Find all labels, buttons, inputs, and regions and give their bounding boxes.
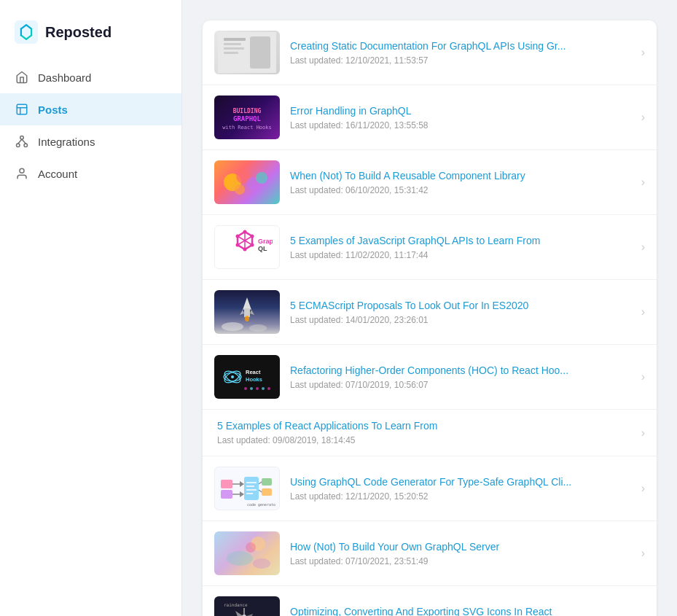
chevron-right-icon: ›	[641, 46, 645, 59]
chevron-right-icon: ›	[641, 547, 645, 560]
app-logo: Reposted	[0, 15, 181, 61]
post-info: Error Handling in GraphQL Last updated: …	[290, 105, 634, 130]
chevron-right-icon: ›	[641, 305, 645, 319]
svg-point-38	[249, 324, 267, 332]
list-item[interactable]: Graph QL 5 Examples of JavaScript GraphQ…	[203, 215, 657, 280]
svg-rect-15	[250, 36, 270, 69]
post-info: 5 Examples of React Applications To Lear…	[214, 420, 634, 445]
post-thumbnail: raindance	[214, 596, 280, 616]
post-updated: Last updated: 14/01/2020, 23:26:01	[290, 315, 634, 325]
chevron-right-icon: ›	[641, 111, 645, 124]
post-updated: Last updated: 16/11/2020, 13:55:58	[290, 120, 634, 130]
post-info: Refactoring Higher-Order Components (HOC…	[290, 364, 634, 390]
svg-rect-12	[224, 43, 241, 45]
list-item[interactable]: 5 ECMAScript Proposals To Look Out For I…	[203, 280, 657, 345]
svg-rect-11	[224, 38, 246, 41]
svg-point-49	[250, 387, 253, 390]
svg-line-7	[18, 139, 22, 144]
post-updated: Last updated: 12/11/2020, 15:20:52	[290, 491, 634, 502]
sidebar: Reposted Dashboard Posts	[0, 0, 182, 616]
svg-line-67	[259, 490, 262, 492]
svg-line-66	[259, 482, 262, 484]
svg-marker-57	[240, 481, 244, 487]
post-updated: Last updated: 11/02/2020, 11:17:44	[290, 250, 634, 260]
svg-text:Graph: Graph	[258, 238, 273, 245]
post-thumbnail: BUILDING GRAPHQL with React Hooks	[214, 95, 280, 139]
post-title: Error Handling in GraphQL	[290, 105, 634, 117]
posts-icon	[15, 102, 29, 117]
svg-point-23	[256, 172, 267, 184]
svg-point-51	[262, 387, 265, 390]
list-item[interactable]: How (Not) To Build Your Own GraphQL Serv…	[203, 521, 657, 586]
svg-text:BUILDING: BUILDING	[233, 108, 262, 114]
svg-text:with React Hooks: with React Hooks	[222, 125, 271, 130]
svg-point-48	[244, 387, 247, 390]
sidebar-item-label: Integrations	[38, 136, 95, 148]
sidebar-item-dashboard[interactable]: Dashboard	[0, 61, 181, 93]
post-title: 5 ECMAScript Proposals To Look Out For I…	[290, 300, 634, 311]
post-thumbnail	[214, 160, 280, 204]
chevron-right-icon: ›	[641, 241, 645, 254]
svg-point-40	[245, 316, 249, 321]
post-info: 5 ECMAScript Proposals To Look Out For I…	[290, 300, 634, 325]
home-icon	[15, 70, 29, 85]
sidebar-item-label: Account	[38, 168, 77, 180]
svg-point-72	[253, 558, 270, 569]
integrations-icon	[15, 134, 29, 149]
post-updated: Last updated: 12/10/2021, 11:53:57	[290, 55, 634, 66]
post-updated: Last updated: 06/10/2020, 15:31:42	[290, 185, 634, 195]
post-title: Using GraphQL Code Generator For Type-Sa…	[290, 476, 634, 488]
svg-rect-54	[221, 490, 232, 499]
svg-text:QL: QL	[258, 245, 267, 252]
post-title: When (Not) To Build A Reusable Component…	[290, 170, 634, 182]
svg-point-37	[222, 322, 243, 331]
svg-rect-14	[224, 52, 238, 54]
sidebar-item-label: Posts	[38, 104, 68, 116]
chevron-right-icon: ›	[641, 426, 645, 440]
post-thumbnail: React Hooks	[214, 355, 280, 399]
post-title: 5 Examples of JavaScript GraphQL APIs to…	[290, 235, 634, 246]
post-thumbnail: Graph QL	[214, 225, 280, 269]
sidebar-item-integrations[interactable]: Integrations	[0, 125, 181, 157]
list-item[interactable]: 5 Examples of React Applications To Lear…	[203, 410, 657, 456]
svg-point-24	[235, 184, 245, 195]
posts-list: Creating Static Documentation For GraphQ…	[203, 20, 657, 616]
post-info: Optimizing, Converting And Exporting SVG…	[290, 606, 634, 617]
chevron-right-icon: ›	[641, 482, 645, 495]
post-info: Using GraphQL Code Generator For Type-Sa…	[290, 476, 634, 502]
sidebar-nav: Dashboard Posts	[0, 61, 181, 190]
list-item[interactable]: Creating Static Documentation For GraphQ…	[203, 20, 657, 85]
post-title: 5 Examples of React Applications To Lear…	[217, 420, 634, 432]
svg-rect-59	[244, 477, 259, 500]
list-item[interactable]: BUILDING GRAPHQL with React Hooks Error …	[203, 85, 657, 150]
post-title: Optimizing, Converting And Exporting SVG…	[290, 606, 634, 617]
list-item[interactable]: When (Not) To Build A Reusable Component…	[203, 150, 657, 215]
svg-text:Hooks: Hooks	[246, 376, 262, 383]
post-info: 5 Examples of JavaScript GraphQL APIs to…	[290, 235, 634, 260]
list-item[interactable]: code generator Using GraphQL Code Genera…	[203, 456, 657, 521]
post-info: Creating Static Documentation For GraphQ…	[290, 40, 634, 66]
list-item[interactable]: raindance Optimizing, Converting And Exp…	[203, 586, 657, 616]
app-name: Reposted	[45, 24, 111, 41]
svg-point-71	[227, 551, 253, 566]
svg-marker-58	[240, 491, 244, 497]
svg-point-9	[20, 168, 24, 173]
sidebar-item-account[interactable]: Account	[0, 157, 181, 190]
svg-text:code generator: code generator	[247, 502, 276, 507]
svg-rect-65	[262, 488, 272, 496]
svg-text:raindance: raindance	[224, 602, 248, 607]
post-info: How (Not) To Build Your Own GraphQL Serv…	[290, 541, 634, 566]
post-updated: Last updated: 07/10/2019, 10:56:07	[290, 380, 634, 390]
sidebar-item-posts[interactable]: Posts	[0, 93, 181, 125]
svg-text:React: React	[246, 369, 261, 375]
post-thumbnail	[214, 31, 280, 74]
chevron-right-icon: ›	[641, 612, 645, 616]
svg-point-52	[267, 387, 270, 390]
svg-point-45	[231, 375, 234, 378]
list-item[interactable]: React Hooks Refactoring Higher-Order Com…	[203, 345, 657, 410]
svg-rect-64	[262, 478, 272, 486]
main-content: Creating Static Documentation For GraphQ…	[182, 0, 677, 616]
svg-text:GRAPHQL: GRAPHQL	[233, 115, 262, 122]
svg-rect-13	[224, 47, 244, 50]
post-title: How (Not) To Build Your Own GraphQL Serv…	[290, 541, 634, 553]
